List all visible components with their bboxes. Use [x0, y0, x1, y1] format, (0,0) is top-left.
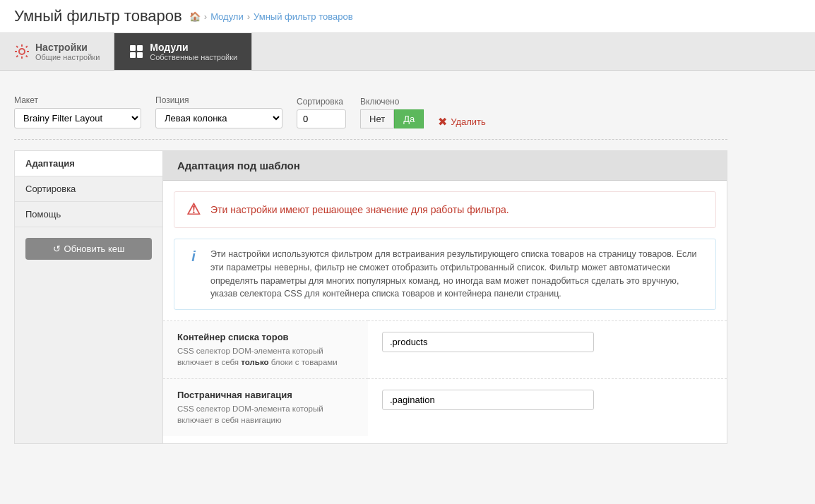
settings-table: Контейнер списка торов CSS селектор DOM-… [163, 320, 727, 436]
enabled-label: Включено [360, 97, 424, 107]
enabled-field: Включено Нет Да [360, 97, 424, 128]
layout-label: Макет [14, 95, 141, 105]
svg-rect-2 [137, 45, 143, 51]
table-row: Контейнер списка торов CSS селектор DOM-… [163, 321, 727, 379]
field-desc-pagination: CSS селектор DOM-элемента который включа… [177, 403, 354, 426]
sidebar-item-help[interactable]: Помощь [15, 202, 162, 227]
tab-modules-sublabel: Собственные настройки [150, 53, 237, 61]
breadcrumb-modules[interactable]: Модули [210, 11, 244, 22]
tab-settings-sublabel: Общие настройки [35, 53, 100, 61]
breadcrumb: 🏠 › Модули › Умный фильтр товаров [189, 11, 353, 22]
alert-danger: ⚠ Эти настройки имеют решающее значение … [174, 191, 716, 228]
page-title: Умный фильтр товаров [14, 7, 182, 25]
tab-settings-label: Настройки [35, 42, 100, 53]
layout-field: Макет Brainy Filter Layout [14, 95, 141, 128]
layout-select[interactable]: Brainy Filter Layout [14, 108, 141, 128]
position-select[interactable]: Левая колонка [155, 108, 282, 128]
refresh-icon: ↺ [53, 244, 61, 254]
alert-info-text: Эти настройки используются фильтром для … [210, 248, 705, 301]
sidebar: Адаптация Сортировка Помощь ↺ Обновить к… [15, 151, 163, 443]
page-header: Умный фильтр товаров 🏠 › Модули › Умный … [0, 0, 815, 33]
delete-action: ✖ Удалить [438, 115, 486, 128]
delete-button[interactable]: ✖ Удалить [438, 115, 486, 128]
alert-danger-text: Эти настройки имеют решающее значение дл… [210, 204, 509, 215]
position-field: Позиция Левая колонка [155, 95, 282, 128]
content-panel: Адаптация под шаблон ⚠ Эти настройки име… [163, 151, 727, 443]
home-icon: 🏠 [189, 11, 201, 22]
svg-rect-3 [130, 52, 136, 58]
field-label-pagination: Постраничная навигация [177, 390, 354, 400]
products-input[interactable] [382, 332, 594, 352]
refresh-cache-button[interactable]: ↺ Обновить кеш [25, 238, 152, 260]
info-icon: i [185, 248, 202, 265]
toggle-group: Нет Да [360, 109, 424, 128]
sort-field: Сортировка [297, 97, 346, 128]
svg-rect-4 [137, 52, 143, 58]
danger-icon: ⚠ [185, 200, 202, 219]
tab-modules-label: Модули [150, 42, 237, 53]
sort-label: Сортировка [297, 97, 346, 107]
settings-icon [14, 44, 30, 59]
svg-rect-1 [130, 45, 136, 51]
tab-bar: Настройки Общие настройки Модули Собстве… [0, 33, 815, 71]
panel-title: Адаптация под шаблон [163, 151, 727, 181]
tab-modules[interactable]: Модули Собственные настройки [114, 33, 252, 70]
delete-icon: ✖ [438, 115, 447, 128]
field-desc-products: CSS селектор DOM-элемента который включа… [177, 345, 354, 368]
sidebar-item-adaptation[interactable]: Адаптация [15, 151, 162, 176]
modules-icon [129, 44, 144, 59]
sidebar-item-sorting[interactable]: Сортировка [15, 176, 162, 202]
toggle-yes-button[interactable]: Да [394, 109, 424, 128]
form-row: Макет Brainy Filter Layout Позиция Левая… [14, 85, 727, 140]
tab-settings[interactable]: Настройки Общие настройки [0, 33, 114, 70]
field-label-products: Контейнер списка торов [177, 332, 354, 342]
layout-container: Адаптация Сортировка Помощь ↺ Обновить к… [14, 150, 727, 444]
svg-point-0 [19, 49, 25, 54]
pagination-input[interactable] [382, 390, 594, 410]
toggle-no-button[interactable]: Нет [360, 109, 394, 128]
main-content: Макет Brainy Filter Layout Позиция Левая… [0, 71, 742, 458]
breadcrumb-current: Умный фильтр товаров [254, 11, 353, 22]
position-label: Позиция [155, 95, 282, 105]
sort-input[interactable] [297, 109, 346, 128]
table-row: Постраничная навигация CSS селектор DOM-… [163, 379, 727, 437]
alert-info: i Эти настройки используются фильтром дл… [174, 239, 716, 310]
